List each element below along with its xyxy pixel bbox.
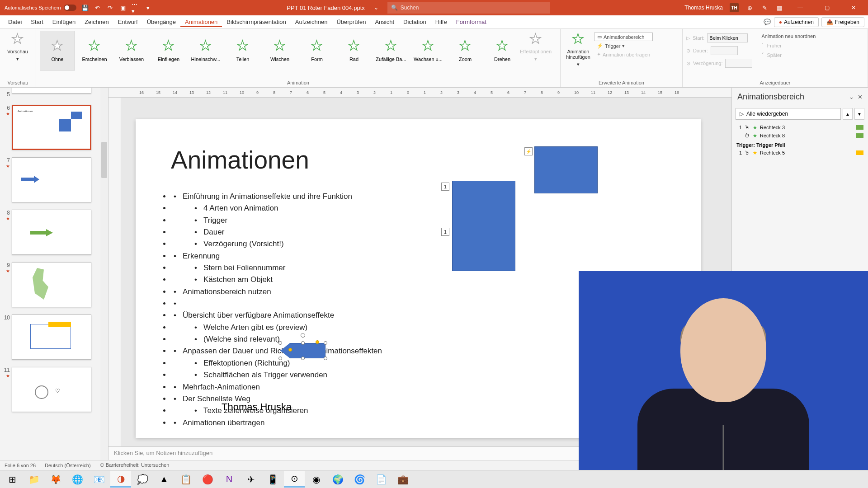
- search-input[interactable]: [401, 5, 547, 11]
- anim-tag-trigger[interactable]: ⚡: [524, 147, 533, 155]
- effect-ohne[interactable]: Ohne: [40, 31, 75, 70]
- delay-input[interactable]: [725, 59, 752, 68]
- later-button[interactable]: ˅ Später: [761, 51, 816, 59]
- effect-teilen[interactable]: Teilen: [225, 31, 260, 70]
- shape-rechteck-3[interactable]: [534, 146, 598, 193]
- duration-input[interactable]: [711, 46, 738, 55]
- effect-form[interactable]: Form: [299, 31, 335, 70]
- effect-options-button[interactable]: Effektoptionen▾: [522, 31, 550, 64]
- minimize-button[interactable]: —: [790, 0, 810, 15]
- effect-wischen[interactable]: Wischen: [262, 31, 297, 70]
- app-icon-5[interactable]: ◉: [306, 471, 326, 488]
- shape-rechteck-8[interactable]: [452, 181, 515, 271]
- bullet-item[interactable]: (Welche sind relevant): [171, 333, 382, 345]
- slide-thumbnail-9[interactable]: [12, 262, 91, 307]
- slide-thumbnail-6[interactable]: Animationen: [12, 105, 91, 150]
- slide-thumbnail-7[interactable]: [12, 157, 91, 202]
- add-animation-button[interactable]: Animation hinzufügen▾: [564, 31, 592, 69]
- resize-handle-sw[interactable]: [278, 357, 282, 360]
- bullet-item[interactable]: Einführung in Animationseffekte und ihre…: [171, 191, 382, 202]
- share-button[interactable]: 📤Freigeben: [821, 17, 864, 27]
- bullet-item[interactable]: Kästchen am Objekt: [171, 274, 382, 286]
- play-all-button[interactable]: ▷ Alle wiedergeben: [736, 108, 841, 120]
- menu-start[interactable]: Start: [26, 17, 47, 27]
- horizontal-ruler[interactable]: 1615141312111098765432101234567891011121…: [108, 88, 731, 98]
- autosave-toggle[interactable]: Automatisches Speichern: [5, 5, 76, 11]
- anim-list-item[interactable]: 1🖱★Rechteck 3: [736, 123, 864, 131]
- selected-arrow-shape[interactable]: [280, 343, 326, 358]
- onenote-icon[interactable]: N: [219, 471, 240, 488]
- effect-einfliegen[interactable]: Einfliegen: [151, 31, 186, 70]
- menu-animationen[interactable]: Animationen: [180, 17, 222, 27]
- obs-icon[interactable]: ⊙: [284, 471, 305, 488]
- undo-icon[interactable]: ↶: [94, 4, 102, 12]
- menu-uebergaenge[interactable]: Übergänge: [142, 17, 180, 27]
- app-icon-8[interactable]: 💼: [392, 471, 413, 488]
- menu-entwurf[interactable]: Entwurf: [113, 17, 142, 27]
- move-up-button[interactable]: ▲: [843, 108, 853, 120]
- effect-zoom[interactable]: Zoom: [448, 31, 483, 70]
- redo-icon[interactable]: ↷: [106, 4, 114, 12]
- effect-rad[interactable]: Rad: [336, 31, 372, 70]
- effect-zuflligeba[interactable]: Zufällige Ba...: [373, 31, 409, 70]
- slide-thumbnail-8[interactable]: [12, 210, 91, 255]
- chrome-icon[interactable]: 🌐: [67, 471, 88, 488]
- edge-icon[interactable]: 🌀: [349, 471, 370, 488]
- bullet-item[interactable]: [171, 298, 382, 310]
- slide-body[interactable]: Einführung in Animationseffekte und ihre…: [171, 191, 382, 429]
- search-box[interactable]: 🔍: [387, 2, 550, 14]
- bullet-item[interactable]: Dauer: [171, 226, 382, 238]
- powerpoint-icon[interactable]: ◑: [110, 471, 131, 488]
- accessibility-indicator[interactable]: ⚇ Barrierefreiheit: Untersuchen: [100, 462, 170, 468]
- bullet-item[interactable]: Animationen übertragen: [171, 417, 382, 429]
- effect-hineinschw[interactable]: Hineinschw...: [188, 31, 223, 70]
- slide-thumbnail-11[interactable]: ♡: [12, 367, 91, 412]
- firefox-icon[interactable]: 🦊: [45, 471, 66, 488]
- menu-datei[interactable]: Datei: [4, 17, 26, 27]
- vlc-icon[interactable]: ▲: [154, 471, 175, 488]
- app-icon-1[interactable]: 💭: [132, 471, 153, 488]
- anim-list-item[interactable]: 1🖱★Rechteck 5: [736, 149, 864, 157]
- filename-dropdown-icon[interactable]: ⌄: [374, 5, 378, 11]
- menu-formformat[interactable]: Formformat: [452, 17, 491, 27]
- bullet-item[interactable]: Mehrfach-Animationen: [171, 381, 382, 393]
- menu-hilfe[interactable]: Hilfe: [431, 17, 452, 27]
- slide-thumbnail-10[interactable]: [12, 314, 91, 360]
- bullet-item[interactable]: 4 Arten von Animation: [171, 202, 382, 214]
- effect-verblassen[interactable]: Verblassen: [114, 31, 149, 70]
- anim-list-item[interactable]: ⏱★Rechteck 8: [736, 131, 864, 140]
- bullet-item[interactable]: Anpassen der Dauer und Richtung von Anim…: [171, 345, 382, 357]
- menu-zeichnen[interactable]: Zeichnen: [80, 17, 113, 27]
- menu-dictation[interactable]: Dictation: [399, 17, 431, 27]
- effect-drehen[interactable]: Drehen: [485, 31, 520, 70]
- slide-author[interactable]: Thomas Hruska: [222, 401, 292, 413]
- telegram-icon[interactable]: ✈: [241, 471, 261, 488]
- start-button[interactable]: ⊞: [2, 471, 23, 488]
- slide-counter[interactable]: Folie 6 von 26: [5, 463, 36, 468]
- thumbnail-scrollbar[interactable]: [100, 88, 108, 460]
- slide-title[interactable]: Animationen: [171, 145, 309, 174]
- app-icon-2[interactable]: 📋: [175, 471, 196, 488]
- anim-pane-options-icon[interactable]: ⌄: [849, 94, 854, 100]
- bullet-item[interactable]: Schaltflächen als Trigger verwenden: [171, 369, 382, 381]
- slide-thumbnail-5[interactable]: [12, 88, 91, 94]
- resize-handle-se[interactable]: [324, 357, 327, 360]
- preview-button[interactable]: Vorschau▾: [4, 31, 32, 64]
- bullet-item[interactable]: Effektoptionen (Richtung): [171, 357, 382, 369]
- anim-tag-1a[interactable]: 1: [441, 183, 449, 191]
- more-icon[interactable]: ⋯▾: [132, 4, 140, 12]
- start-input[interactable]: [707, 33, 748, 42]
- effect-wachsenu[interactable]: Wachsen u...: [410, 31, 446, 70]
- app-icon-6[interactable]: 🌍: [327, 471, 348, 488]
- bullet-item[interactable]: Verzögerung (Vorsicht!): [171, 238, 382, 250]
- bullet-item[interactable]: Übersicht über verfügbare Animationseffe…: [171, 310, 382, 321]
- pen-icon[interactable]: ✎: [760, 4, 769, 12]
- sync-icon[interactable]: ⊕: [745, 4, 754, 12]
- user-name[interactable]: Thomas Hruska: [684, 5, 723, 11]
- vertical-ruler[interactable]: [108, 98, 121, 446]
- record-button[interactable]: ●Aufzeichnen: [774, 17, 819, 27]
- resize-handle-nw[interactable]: [278, 341, 282, 345]
- user-avatar[interactable]: TH: [730, 3, 739, 12]
- move-down-button[interactable]: ▼: [854, 108, 864, 120]
- language-indicator[interactable]: Deutsch (Österreich): [45, 463, 90, 468]
